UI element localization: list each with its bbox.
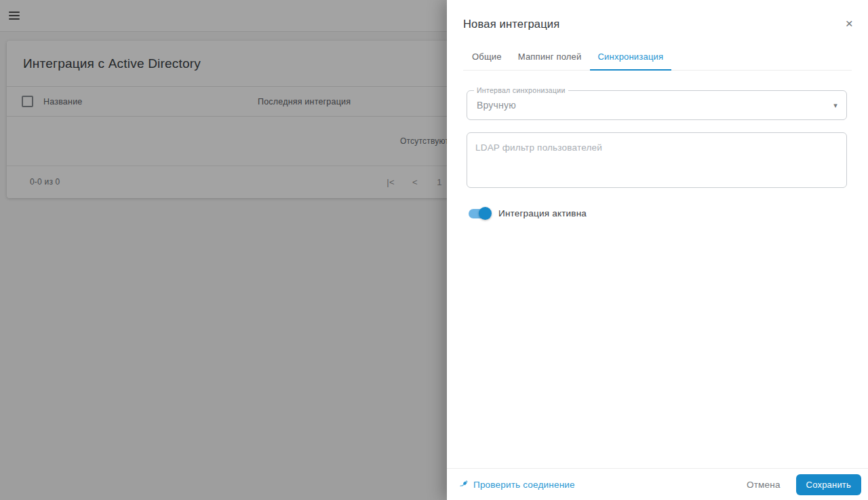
close-icon[interactable]: ×	[846, 17, 853, 30]
check-connection-label: Проверить соединение	[473, 480, 575, 490]
dialog-tabs: Общие Маппинг полей Синхронизация	[463, 45, 852, 71]
sync-interval-value: Вручную	[477, 100, 516, 111]
tab-general[interactable]: Общие	[464, 45, 510, 70]
check-connection-link[interactable]: Проверить соединение	[458, 479, 575, 490]
cancel-button[interactable]: Отмена	[747, 480, 781, 490]
new-integration-dialog: Новая интеграция × Общие Маппинг полей С…	[447, 0, 868, 500]
integration-active-toggle[interactable]	[469, 209, 490, 218]
dialog-title: Новая интеграция	[463, 18, 852, 31]
save-button[interactable]: Сохранить	[796, 474, 861, 495]
integration-active-label: Интеграция активна	[498, 208, 587, 218]
plug-icon	[458, 479, 469, 490]
ldap-filter-input[interactable]	[467, 132, 847, 188]
sync-interval-label: Интервал синхронизации	[474, 86, 568, 94]
chevron-down-icon: ▾	[833, 101, 837, 110]
sync-interval-select[interactable]: Интервал синхронизации Вручную ▾	[467, 90, 847, 120]
tab-synchronization[interactable]: Синхронизация	[590, 45, 672, 70]
dialog-footer: Проверить соединение Отмена Сохранить	[447, 468, 868, 500]
tab-field-mapping[interactable]: Маппинг полей	[510, 45, 590, 70]
